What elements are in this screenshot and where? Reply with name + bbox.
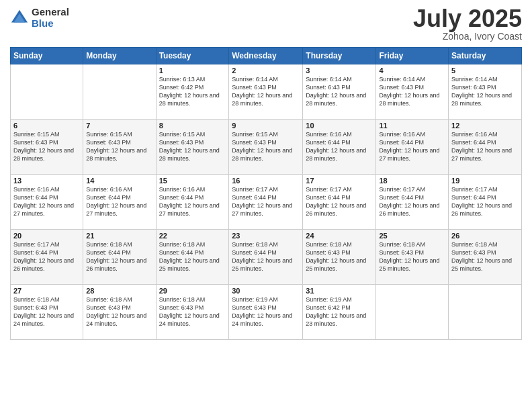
calendar-header-tuesday: Tuesday [156,48,229,64]
day-number: 26 [451,232,519,240]
calendar-cell: 23Sunrise: 6:18 AMSunset: 6:44 PMDayligh… [229,230,303,285]
calendar-cell: 1Sunrise: 6:13 AMSunset: 6:42 PMDaylight… [156,64,229,120]
day-info: Sunrise: 6:17 AMSunset: 6:44 PMDaylight:… [306,185,373,218]
logo-icon [10,9,29,28]
day-number: 12 [451,122,519,130]
calendar-cell: 7Sunrise: 6:15 AMSunset: 6:43 PMDaylight… [83,120,156,175]
calendar-week-2: 6Sunrise: 6:15 AMSunset: 6:43 PMDaylight… [11,120,522,175]
calendar-cell: 31Sunrise: 6:19 AMSunset: 6:42 PMDayligh… [303,285,376,340]
day-info: Sunrise: 6:18 AMSunset: 6:44 PMDaylight:… [86,240,152,273]
title-block: July 2025 Zohoa, Ivory Coast [413,7,522,42]
calendar-cell: 28Sunrise: 6:18 AMSunset: 6:43 PMDayligh… [83,285,156,340]
calendar-header-saturday: Saturday [449,48,522,64]
day-number: 22 [159,232,226,240]
calendar-week-3: 13Sunrise: 6:16 AMSunset: 6:44 PMDayligh… [11,175,522,230]
calendar-week-5: 27Sunrise: 6:18 AMSunset: 6:43 PMDayligh… [11,285,522,340]
calendar-cell: 25Sunrise: 6:18 AMSunset: 6:43 PMDayligh… [376,230,449,285]
day-info: Sunrise: 6:15 AMSunset: 6:43 PMDaylight:… [232,130,300,163]
calendar-cell: 4Sunrise: 6:14 AMSunset: 6:43 PMDaylight… [376,64,449,120]
day-info: Sunrise: 6:15 AMSunset: 6:43 PMDaylight:… [159,130,226,163]
day-info: Sunrise: 6:18 AMSunset: 6:43 PMDaylight:… [451,240,519,273]
day-info: Sunrise: 6:19 AMSunset: 6:43 PMDaylight:… [232,295,300,328]
calendar-header-thursday: Thursday [303,48,376,64]
day-number: 13 [13,177,80,185]
calendar-cell: 29Sunrise: 6:18 AMSunset: 6:43 PMDayligh… [156,285,229,340]
calendar-cell: 13Sunrise: 6:16 AMSunset: 6:44 PMDayligh… [11,175,83,230]
day-number: 19 [451,177,519,185]
day-info: Sunrise: 6:16 AMSunset: 6:44 PMDaylight:… [379,130,445,163]
calendar-week-4: 20Sunrise: 6:17 AMSunset: 6:44 PMDayligh… [11,230,522,285]
calendar-cell [376,285,449,340]
day-info: Sunrise: 6:19 AMSunset: 6:42 PMDaylight:… [306,295,373,328]
day-info: Sunrise: 6:17 AMSunset: 6:44 PMDaylight:… [379,185,445,218]
logo-general: General [32,7,69,18]
calendar-cell: 16Sunrise: 6:17 AMSunset: 6:44 PMDayligh… [229,175,303,230]
calendar-cell: 18Sunrise: 6:17 AMSunset: 6:44 PMDayligh… [376,175,449,230]
day-info: Sunrise: 6:17 AMSunset: 6:44 PMDaylight:… [451,185,519,218]
calendar-header-monday: Monday [83,48,156,64]
day-number: 31 [306,287,373,295]
day-info: Sunrise: 6:16 AMSunset: 6:44 PMDaylight:… [13,185,80,218]
title-month: July 2025 [413,7,522,31]
day-info: Sunrise: 6:18 AMSunset: 6:43 PMDaylight:… [306,240,373,273]
day-info: Sunrise: 6:18 AMSunset: 6:43 PMDaylight:… [159,295,226,328]
day-info: Sunrise: 6:18 AMSunset: 6:43 PMDaylight:… [86,295,152,328]
calendar-cell: 12Sunrise: 6:16 AMSunset: 6:44 PMDayligh… [449,120,522,175]
calendar-cell: 17Sunrise: 6:17 AMSunset: 6:44 PMDayligh… [303,175,376,230]
day-info: Sunrise: 6:16 AMSunset: 6:44 PMDaylight:… [306,130,373,163]
calendar-cell [11,64,83,120]
day-info: Sunrise: 6:17 AMSunset: 6:44 PMDaylight:… [13,240,80,273]
day-number: 6 [13,122,80,130]
logo-text: General Blue [32,7,69,29]
title-location: Zohoa, Ivory Coast [413,31,522,42]
day-number: 17 [306,177,373,185]
day-info: Sunrise: 6:16 AMSunset: 6:44 PMDaylight:… [86,185,152,218]
day-number: 1 [159,66,226,75]
day-number: 5 [451,66,519,75]
calendar-cell: 5Sunrise: 6:14 AMSunset: 6:43 PMDaylight… [449,64,522,120]
calendar-cell: 3Sunrise: 6:14 AMSunset: 6:43 PMDaylight… [303,64,376,120]
day-number: 16 [232,177,300,185]
day-info: Sunrise: 6:18 AMSunset: 6:43 PMDaylight:… [379,240,445,273]
day-number: 30 [232,287,300,295]
day-number: 9 [232,122,300,130]
day-number: 3 [306,66,373,75]
calendar-cell: 21Sunrise: 6:18 AMSunset: 6:44 PMDayligh… [83,230,156,285]
calendar-cell: 19Sunrise: 6:17 AMSunset: 6:44 PMDayligh… [449,175,522,230]
calendar-cell: 8Sunrise: 6:15 AMSunset: 6:43 PMDaylight… [156,120,229,175]
day-number: 28 [86,287,152,295]
page: General Blue July 2025 Zohoa, Ivory Coas… [0,0,532,411]
day-number: 2 [232,66,300,75]
day-number: 4 [379,66,445,75]
calendar-cell: 2Sunrise: 6:14 AMSunset: 6:43 PMDaylight… [229,64,303,120]
header: General Blue July 2025 Zohoa, Ivory Coas… [10,7,522,42]
logo-blue: Blue [32,18,69,30]
day-number: 18 [379,177,445,185]
day-number: 29 [159,287,226,295]
calendar-cell [449,285,522,340]
day-number: 11 [379,122,445,130]
day-number: 20 [13,232,80,240]
calendar-header-row: SundayMondayTuesdayWednesdayThursdayFrid… [11,48,522,64]
calendar-cell: 14Sunrise: 6:16 AMSunset: 6:44 PMDayligh… [83,175,156,230]
day-info: Sunrise: 6:18 AMSunset: 6:44 PMDaylight:… [232,240,300,273]
calendar-cell: 26Sunrise: 6:18 AMSunset: 6:43 PMDayligh… [449,230,522,285]
calendar-week-1: 1Sunrise: 6:13 AMSunset: 6:42 PMDaylight… [11,64,522,120]
calendar-header-friday: Friday [376,48,449,64]
day-number: 14 [86,177,152,185]
calendar: SundayMondayTuesdayWednesdayThursdayFrid… [10,47,522,340]
day-info: Sunrise: 6:15 AMSunset: 6:43 PMDaylight:… [13,130,80,163]
day-number: 15 [159,177,226,185]
day-info: Sunrise: 6:14 AMSunset: 6:43 PMDaylight:… [379,75,445,108]
day-info: Sunrise: 6:18 AMSunset: 6:44 PMDaylight:… [159,240,226,273]
calendar-cell: 30Sunrise: 6:19 AMSunset: 6:43 PMDayligh… [229,285,303,340]
day-info: Sunrise: 6:18 AMSunset: 6:43 PMDaylight:… [13,295,80,328]
day-info: Sunrise: 6:13 AMSunset: 6:42 PMDaylight:… [159,75,226,108]
day-info: Sunrise: 6:14 AMSunset: 6:43 PMDaylight:… [232,75,300,108]
day-info: Sunrise: 6:14 AMSunset: 6:43 PMDaylight:… [306,75,373,108]
day-info: Sunrise: 6:14 AMSunset: 6:43 PMDaylight:… [451,75,519,108]
calendar-cell: 22Sunrise: 6:18 AMSunset: 6:44 PMDayligh… [156,230,229,285]
calendar-cell: 6Sunrise: 6:15 AMSunset: 6:43 PMDaylight… [11,120,83,175]
day-info: Sunrise: 6:17 AMSunset: 6:44 PMDaylight:… [232,185,300,218]
day-info: Sunrise: 6:16 AMSunset: 6:44 PMDaylight:… [159,185,226,218]
